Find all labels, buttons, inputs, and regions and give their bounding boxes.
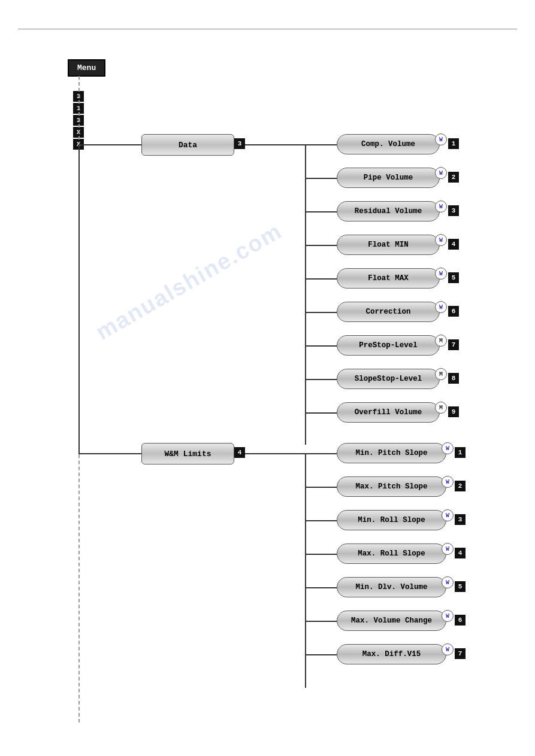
h-wm-6 <box>305 621 337 622</box>
circle-7: M <box>435 335 447 347</box>
circle-5: W <box>435 268 447 280</box>
circle-8: M <box>435 368 447 380</box>
wm-circle-2: W <box>442 476 454 488</box>
h-wm-5 <box>305 587 337 588</box>
h-wm-2 <box>305 487 337 488</box>
h-data-to-items <box>245 144 305 145</box>
num-badge-4: 4 <box>448 239 459 250</box>
h-wm-to-items <box>245 453 305 454</box>
circle-4: W <box>435 234 447 246</box>
h-wm-7 <box>305 654 337 655</box>
h-wm-1 <box>305 453 337 454</box>
pill-9: Overfill Volume <box>337 402 440 423</box>
num-badge-2: 2 <box>448 172 459 183</box>
circle-2: W <box>435 167 447 179</box>
h-to-wm <box>78 453 141 454</box>
wm-circle-3: W <box>442 509 454 521</box>
h-wm-4 <box>305 554 337 555</box>
wm-pill-5: Min. Dlv. Volume <box>337 577 446 597</box>
pill-8: SlopeStop-Level <box>337 369 440 389</box>
wm-circle-7: W <box>442 643 454 655</box>
pill-3: Residual Volume <box>337 201 440 221</box>
num-badge-8: 8 <box>448 373 459 384</box>
wm-pill-2: Max. Pitch Slope <box>337 476 446 497</box>
circle-1: W <box>435 133 447 145</box>
num-badge-5: 5 <box>448 272 459 283</box>
circle-6: W <box>435 301 447 313</box>
wm-num-2: 2 <box>455 481 466 491</box>
wm-num-6: 6 <box>455 615 466 626</box>
menu-box: Menu <box>68 59 105 77</box>
circle-3: W <box>435 201 447 212</box>
pill-1: Comp. Volume <box>337 134 440 154</box>
watermark: manualshine.com <box>92 218 286 345</box>
num-badge-3: 3 <box>448 205 459 216</box>
data-node: Data <box>141 134 234 156</box>
h-item-4 <box>305 245 337 246</box>
h-wm-3 <box>305 520 337 521</box>
diagram-area: manualshine.com Menu 3 1 3 X X Data 3 Co <box>0 47 535 742</box>
h-item-8 <box>305 379 337 380</box>
wm-pill-3: Min. Roll Slope <box>337 510 446 530</box>
h-item-5 <box>305 278 337 280</box>
wm-num-3: 3 <box>455 514 466 525</box>
v-left-main <box>78 144 80 453</box>
num-badge-1: 1 <box>448 138 459 149</box>
h-item-6 <box>305 312 337 313</box>
v-data-items <box>305 144 306 445</box>
h-item-1 <box>305 144 337 145</box>
pill-4: Float MIN <box>337 235 440 255</box>
data-badge: 3 <box>234 138 245 149</box>
num-badge-6: 6 <box>448 306 459 317</box>
num-badge-7: 7 <box>448 339 459 350</box>
h-item-7 <box>305 345 337 347</box>
wm-pill-1: Min. Pitch Slope <box>337 443 446 463</box>
wm-num-7: 7 <box>455 648 466 659</box>
menu-label: Menu <box>77 63 96 72</box>
v-wm-items <box>305 453 306 688</box>
circle-9: M <box>435 402 447 414</box>
h-item-9 <box>305 412 337 414</box>
wm-node: W&M Limits <box>141 443 234 464</box>
num-badge-9: 9 <box>448 406 459 417</box>
wm-circle-5: W <box>442 576 454 588</box>
wm-circle-1: W <box>442 442 454 454</box>
h-to-data <box>78 144 141 145</box>
wm-num-4: 4 <box>455 548 466 558</box>
wm-num-1: 1 <box>455 447 466 458</box>
wm-circle-4: W <box>442 543 454 555</box>
pill-2: Pipe Volume <box>337 168 440 188</box>
wm-circle-6: W <box>442 610 454 622</box>
wm-pill-4: Max. Roll Slope <box>337 544 446 564</box>
pill-5: Float MAX <box>337 268 440 289</box>
pill-6: Correction <box>337 302 440 322</box>
wm-pill-7: Max. Diff.V15 <box>337 644 446 664</box>
pill-7: PreStop-Level <box>337 335 440 356</box>
wm-pill-6: Max. Volume Change <box>337 611 446 631</box>
wm-badge: 4 <box>234 447 245 458</box>
top-rule <box>18 29 517 29</box>
h-item-3 <box>305 211 337 212</box>
h-item-2 <box>305 178 337 179</box>
wm-num-5: 5 <box>455 581 466 592</box>
